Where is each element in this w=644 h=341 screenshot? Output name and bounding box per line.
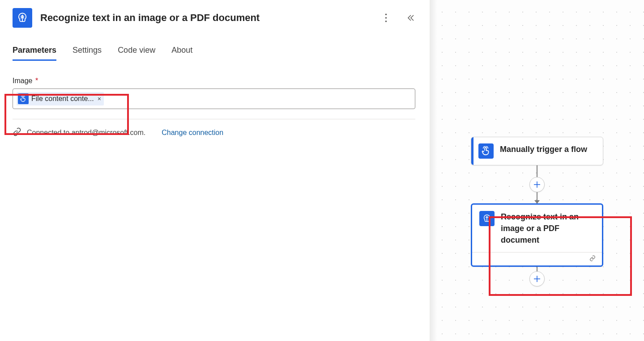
annotation-highlight-node bbox=[489, 216, 632, 296]
image-label-text: Image bbox=[13, 77, 32, 84]
image-field-label: Image * bbox=[13, 77, 417, 85]
svg-point-3 bbox=[385, 21, 387, 22]
collapse-panel-button[interactable] bbox=[405, 12, 417, 24]
annotation-highlight-input bbox=[4, 94, 129, 135]
svg-point-2 bbox=[385, 17, 387, 19]
touch-icon bbox=[478, 143, 494, 159]
required-marker: * bbox=[35, 77, 38, 84]
add-step-button[interactable] bbox=[529, 177, 545, 192]
vertical-scrollbar[interactable] bbox=[637, 0, 644, 341]
node-accent-bar bbox=[471, 137, 473, 165]
flow-edge bbox=[537, 165, 537, 177]
panel-header: Recognize text in an image or a PDF docu… bbox=[13, 8, 417, 28]
svg-point-1 bbox=[385, 13, 387, 15]
flow-node-trigger[interactable]: Manually trigger a flow bbox=[471, 137, 603, 165]
tab-codeview[interactable]: Code view bbox=[118, 46, 155, 61]
change-connection-link[interactable]: Change connection bbox=[162, 129, 223, 137]
panel-header-actions bbox=[380, 12, 417, 24]
flow-edge bbox=[537, 192, 537, 200]
tab-about[interactable]: About bbox=[171, 46, 192, 61]
panel-tabs: Parameters Settings Code view About bbox=[13, 46, 417, 61]
tab-parameters[interactable]: Parameters bbox=[13, 46, 56, 61]
tab-settings[interactable]: Settings bbox=[73, 46, 102, 61]
details-panel: Recognize text in an image or a PDF docu… bbox=[0, 0, 430, 341]
more-menu-button[interactable] bbox=[380, 12, 392, 24]
node-trigger-title: Manually trigger a flow bbox=[500, 143, 587, 155]
ai-builder-icon bbox=[13, 8, 32, 28]
panel-title: Recognize text in an image or a PDF docu… bbox=[40, 12, 371, 24]
